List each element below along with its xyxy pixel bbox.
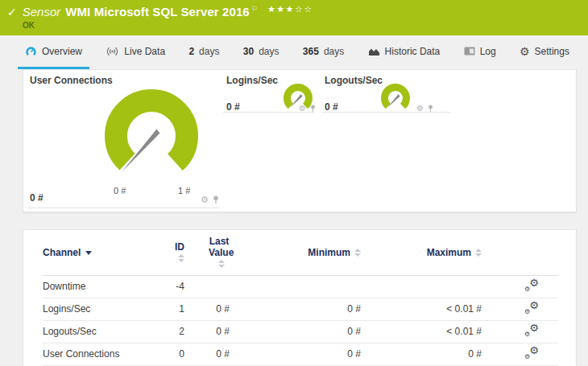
user-connections-gauge xyxy=(101,86,201,186)
tab-number: 30 xyxy=(243,46,254,57)
gauge-value-user-connections: 0 # xyxy=(30,192,43,204)
table-row: Downtime -4 ⚙⚙ xyxy=(43,275,558,298)
tab-2-days[interactable]: 2 days xyxy=(181,35,226,69)
channel-name: Logins/Sec xyxy=(43,298,165,320)
sort-icon xyxy=(178,254,184,262)
header-label: Maximum xyxy=(427,247,471,258)
gauge-title-user-connections: User Connections xyxy=(30,75,113,86)
chart-icon xyxy=(368,47,380,56)
header-label: Minimum xyxy=(308,247,350,258)
table-row: Logouts/Sec 2 0 # 0 # < 0.01 # ⚙⚙ xyxy=(43,320,558,343)
header-label: Last Value xyxy=(209,236,234,258)
table-row: User Connections 0 0 # 0 # 0 # ⚙⚙ xyxy=(43,343,558,365)
tab-label: Live Data xyxy=(124,46,165,57)
channel-id: -4 xyxy=(165,275,197,298)
channel-id: 1 xyxy=(165,298,197,320)
column-header-last-value[interactable]: Last Value xyxy=(197,230,249,275)
channel-actions: ⚙⚙ xyxy=(501,343,558,365)
channel-settings-icon[interactable]: ⚙⚙ xyxy=(524,279,539,292)
broadcast-icon xyxy=(106,47,119,56)
divider xyxy=(28,208,219,208)
tab-historic-data[interactable]: Historic Data xyxy=(361,35,448,69)
channel-minimum: 0 # xyxy=(249,343,380,365)
sensor-header-line: ✓ Sensor WMI Microsoft SQL Server 2016 ⚐… xyxy=(0,0,588,19)
column-header-maximum[interactable]: Maximum xyxy=(380,230,501,275)
gauge-scale-max: 1 # xyxy=(178,186,190,195)
channel-minimum: 0 # xyxy=(249,298,380,320)
log-icon xyxy=(464,47,475,56)
channel-minimum: 0 # xyxy=(249,320,380,343)
sort-icon xyxy=(218,260,225,268)
tab-number: 365 xyxy=(303,46,319,57)
gauge-value-logouts: 0 # xyxy=(325,101,338,113)
sensor-kind-label: Sensor xyxy=(23,5,61,19)
tab-log[interactable]: Log xyxy=(457,35,503,69)
logouts-gauge xyxy=(380,83,411,113)
channel-settings-icon[interactable]: ⚙⚙ xyxy=(524,302,539,315)
channels-table: Channel ID Last Value Minimum Maximum xyxy=(43,230,558,366)
channel-name: Downtime xyxy=(43,275,165,298)
gear-icon: ⚙ xyxy=(520,46,530,57)
channel-actions: ⚙⚙ xyxy=(501,320,558,343)
tab-number: 2 xyxy=(188,46,194,57)
channel-maximum xyxy=(380,275,501,298)
pin-icon[interactable] xyxy=(213,195,219,204)
column-header-id[interactable]: ID xyxy=(165,230,197,275)
channel-maximum: < 0.01 # xyxy=(380,298,501,320)
channel-last-value xyxy=(197,275,249,298)
tab-label: Log xyxy=(480,46,496,57)
tab-settings[interactable]: ⚙ Settings xyxy=(512,35,577,69)
channel-last-value: 0 # xyxy=(197,343,249,365)
divider xyxy=(223,112,314,113)
channel-id: 2 xyxy=(165,320,197,343)
channel-minimum xyxy=(249,275,380,298)
channel-name: User Connections xyxy=(43,343,165,365)
channels-panel: Channel ID Last Value Minimum Maximum xyxy=(23,229,577,366)
channel-maximum: 0 # xyxy=(380,343,501,365)
sensor-ok-check-icon: ✓ xyxy=(7,6,17,18)
channel-settings-icon[interactable]: ⚙⚙ xyxy=(524,324,539,337)
gauge-arc xyxy=(116,101,187,162)
table-row: Logins/Sec 1 0 # 0 # < 0.01 # ⚙⚙ xyxy=(43,298,558,320)
channel-last-value: 0 # xyxy=(197,320,249,343)
tab-live-data[interactable]: Live Data xyxy=(98,35,172,69)
tab-label: days xyxy=(199,46,219,57)
sort-icon xyxy=(475,249,482,257)
priority-stars[interactable]: ★★★☆☆ xyxy=(267,4,313,14)
table-header-row: Channel ID Last Value Minimum Maximum xyxy=(43,230,558,275)
gauge-scale-min: 0 # xyxy=(114,186,126,195)
tab-365-days[interactable]: 365 days xyxy=(296,35,351,69)
gauge-settings-icon[interactable]: ⚙ xyxy=(201,195,209,204)
tab-label: days xyxy=(259,46,279,57)
sort-desc-icon xyxy=(85,251,92,255)
column-header-actions xyxy=(501,230,558,275)
channel-settings-icon[interactable]: ⚙⚙ xyxy=(524,347,539,360)
channel-name: Logouts/Sec xyxy=(43,320,165,343)
tab-overview[interactable]: Overview xyxy=(18,35,89,69)
gauge-arc xyxy=(384,87,406,106)
gauge-tab-icon xyxy=(25,46,37,57)
channel-id: 0 xyxy=(165,343,197,365)
tab-label: Overview xyxy=(42,46,82,57)
tab-label: Settings xyxy=(535,46,569,57)
header-label: Channel xyxy=(43,247,81,258)
tab-30-days[interactable]: 30 days xyxy=(236,35,287,69)
gauges-panel: User Connections 0 # 1 # 0 # ⚙ Logins/Se… xyxy=(23,69,577,212)
divider xyxy=(321,112,450,113)
column-header-minimum[interactable]: Minimum xyxy=(249,230,380,275)
header-label: ID xyxy=(175,241,184,253)
tab-bar: Overview Live Data 2 days 30 days 365 da… xyxy=(0,35,588,69)
gauge-value-logins: 0 # xyxy=(226,101,240,113)
channel-actions: ⚙⚙ xyxy=(501,298,558,320)
gauge-title-logins: Logins/Sec xyxy=(226,75,278,86)
channel-actions: ⚙⚙ xyxy=(501,275,558,298)
prtg-sensor-page: ✓ Sensor WMI Microsoft SQL Server 2016 ⚐… xyxy=(0,0,588,366)
sort-icon xyxy=(354,249,361,257)
channel-last-value: 0 # xyxy=(197,298,249,320)
flag-icon: ⚐ xyxy=(251,5,258,13)
sensor-title: WMI Microsoft SQL Server 2016 xyxy=(65,5,250,19)
gauge-title-logouts: Logouts/Sec xyxy=(325,75,383,86)
channel-maximum: < 0.01 # xyxy=(380,320,501,343)
column-header-channel[interactable]: Channel xyxy=(43,230,165,275)
sensor-status-text: OK xyxy=(23,21,35,30)
